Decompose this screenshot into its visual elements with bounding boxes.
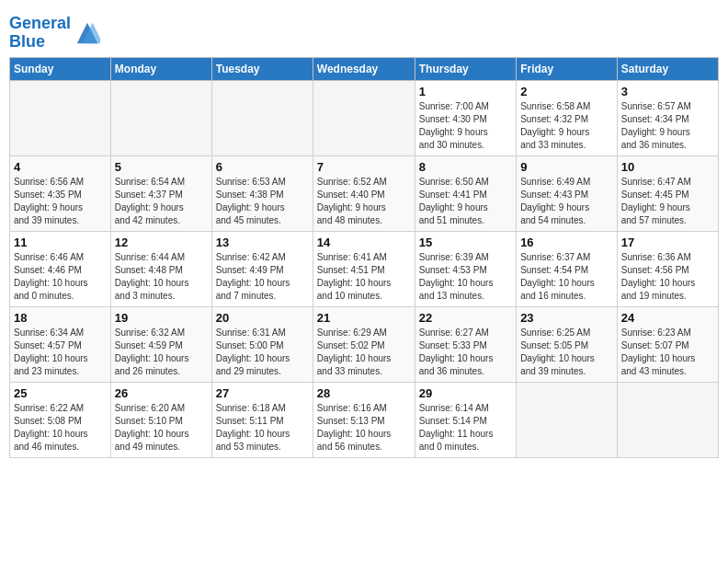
calendar-cell: 7Sunrise: 6:52 AM Sunset: 4:40 PM Daylig… [313,155,415,231]
calendar-cell: 6Sunrise: 6:53 AM Sunset: 4:38 PM Daylig… [211,155,313,231]
calendar-cell: 20Sunrise: 6:31 AM Sunset: 5:00 PM Dayli… [211,306,313,382]
day-number: 24 [621,311,714,325]
calendar-cell: 27Sunrise: 6:18 AM Sunset: 5:11 PM Dayli… [211,382,313,457]
calendar-cell: 18Sunrise: 6:34 AM Sunset: 4:57 PM Dayli… [10,306,111,382]
calendar-cell: 26Sunrise: 6:20 AM Sunset: 5:10 PM Dayli… [110,382,211,457]
col-header-wednesday: Wednesday [313,57,415,80]
day-info: Sunrise: 6:52 AM Sunset: 4:40 PM Dayligh… [317,176,411,227]
day-number: 19 [115,311,208,325]
day-info: Sunrise: 6:42 AM Sunset: 4:49 PM Dayligh… [216,251,309,303]
day-number: 3 [621,85,714,98]
calendar-cell: 22Sunrise: 6:27 AM Sunset: 5:33 PM Dayli… [415,306,516,382]
day-number: 15 [419,236,512,249]
day-number: 9 [520,160,613,174]
day-info: Sunrise: 6:20 AM Sunset: 5:10 PM Dayligh… [115,402,208,454]
day-number: 25 [14,386,107,400]
day-info: Sunrise: 6:16 AM Sunset: 5:13 PM Dayligh… [317,402,411,454]
day-info: Sunrise: 6:32 AM Sunset: 4:59 PM Dayligh… [115,327,208,378]
day-info: Sunrise: 6:18 AM Sunset: 5:11 PM Dayligh… [216,402,309,454]
week-row-1: 1Sunrise: 7:00 AM Sunset: 4:30 PM Daylig… [10,80,719,155]
day-info: Sunrise: 6:57 AM Sunset: 4:34 PM Dayligh… [621,100,714,152]
day-number: 18 [14,311,107,325]
day-info: Sunrise: 6:23 AM Sunset: 5:07 PM Dayligh… [621,327,714,378]
calendar-cell: 19Sunrise: 6:32 AM Sunset: 4:59 PM Dayli… [110,306,211,382]
calendar-cell: 13Sunrise: 6:42 AM Sunset: 4:49 PM Dayli… [211,231,313,306]
day-number: 2 [520,85,613,98]
calendar-cell: 11Sunrise: 6:46 AM Sunset: 4:46 PM Dayli… [10,231,111,306]
calendar-cell: 16Sunrise: 6:37 AM Sunset: 4:54 PM Dayli… [517,231,618,306]
day-info: Sunrise: 6:44 AM Sunset: 4:48 PM Dayligh… [115,251,208,303]
calendar-cell: 29Sunrise: 6:14 AM Sunset: 5:14 PM Dayli… [415,382,516,457]
day-number: 12 [115,236,208,249]
day-info: Sunrise: 6:31 AM Sunset: 5:00 PM Dayligh… [216,327,309,378]
day-info: Sunrise: 6:50 AM Sunset: 4:41 PM Dayligh… [419,176,512,227]
calendar-cell [313,80,415,155]
calendar-cell [10,80,111,155]
day-info: Sunrise: 6:41 AM Sunset: 4:51 PM Dayligh… [317,251,411,303]
calendar-cell [211,80,313,155]
day-number: 28 [317,386,411,400]
day-info: Sunrise: 7:00 AM Sunset: 4:30 PM Dayligh… [419,100,512,152]
day-number: 11 [14,236,107,249]
day-number: 10 [621,160,714,174]
day-number: 5 [115,160,208,174]
day-info: Sunrise: 6:53 AM Sunset: 4:38 PM Dayligh… [216,176,309,227]
day-number: 8 [419,160,512,174]
day-number: 22 [419,311,512,325]
day-info: Sunrise: 6:34 AM Sunset: 4:57 PM Dayligh… [14,327,107,378]
calendar-cell: 10Sunrise: 6:47 AM Sunset: 4:45 PM Dayli… [617,155,718,231]
day-number: 1 [419,85,512,98]
week-row-3: 11Sunrise: 6:46 AM Sunset: 4:46 PM Dayli… [10,231,719,306]
col-header-thursday: Thursday [415,57,516,80]
calendar-cell [617,382,718,457]
day-number: 29 [419,386,512,400]
day-info: Sunrise: 6:46 AM Sunset: 4:46 PM Dayligh… [14,251,107,303]
day-number: 7 [317,160,411,174]
day-info: Sunrise: 6:56 AM Sunset: 4:35 PM Dayligh… [14,176,107,227]
calendar-cell: 21Sunrise: 6:29 AM Sunset: 5:02 PM Dayli… [313,306,415,382]
calendar-cell: 28Sunrise: 6:16 AM Sunset: 5:13 PM Dayli… [313,382,415,457]
day-info: Sunrise: 6:14 AM Sunset: 5:14 PM Dayligh… [419,402,512,454]
day-number: 21 [317,311,411,325]
day-number: 27 [216,386,309,400]
calendar-cell: 12Sunrise: 6:44 AM Sunset: 4:48 PM Dayli… [110,231,211,306]
calendar-cell: 4Sunrise: 6:56 AM Sunset: 4:35 PM Daylig… [10,155,111,231]
day-number: 23 [520,311,613,325]
col-header-tuesday: Tuesday [211,57,313,80]
day-info: Sunrise: 6:39 AM Sunset: 4:53 PM Dayligh… [419,251,512,303]
day-info: Sunrise: 6:27 AM Sunset: 5:33 PM Dayligh… [419,327,512,378]
calendar-cell: 5Sunrise: 6:54 AM Sunset: 4:37 PM Daylig… [110,155,211,231]
day-info: Sunrise: 6:58 AM Sunset: 4:32 PM Dayligh… [520,100,613,152]
day-number: 13 [216,236,309,249]
day-info: Sunrise: 6:47 AM Sunset: 4:45 PM Dayligh… [621,176,714,227]
day-number: 6 [216,160,309,174]
day-info: Sunrise: 6:22 AM Sunset: 5:08 PM Dayligh… [14,402,107,454]
logo-text: GeneralBlue [9,15,71,52]
calendar-cell: 2Sunrise: 6:58 AM Sunset: 4:32 PM Daylig… [517,80,618,155]
day-info: Sunrise: 6:54 AM Sunset: 4:37 PM Dayligh… [115,176,208,227]
calendar-cell: 23Sunrise: 6:25 AM Sunset: 5:05 PM Dayli… [517,306,618,382]
col-header-friday: Friday [517,57,618,80]
calendar-cell: 9Sunrise: 6:49 AM Sunset: 4:43 PM Daylig… [517,155,618,231]
calendar-cell: 1Sunrise: 7:00 AM Sunset: 4:30 PM Daylig… [415,80,516,155]
day-number: 17 [621,236,714,249]
calendar-header-row: SundayMondayTuesdayWednesdayThursdayFrid… [10,57,719,80]
calendar-cell: 8Sunrise: 6:50 AM Sunset: 4:41 PM Daylig… [415,155,516,231]
week-row-5: 25Sunrise: 6:22 AM Sunset: 5:08 PM Dayli… [10,382,719,457]
calendar-cell [517,382,618,457]
calendar-cell: 24Sunrise: 6:23 AM Sunset: 5:07 PM Dayli… [617,306,718,382]
day-number: 4 [14,160,107,174]
calendar-cell: 15Sunrise: 6:39 AM Sunset: 4:53 PM Dayli… [415,231,516,306]
week-row-2: 4Sunrise: 6:56 AM Sunset: 4:35 PM Daylig… [10,155,719,231]
col-header-monday: Monday [110,57,211,80]
day-info: Sunrise: 6:25 AM Sunset: 5:05 PM Dayligh… [520,327,613,378]
calendar-cell [110,80,211,155]
logo: GeneralBlue [9,15,100,52]
day-number: 16 [520,236,613,249]
day-info: Sunrise: 6:29 AM Sunset: 5:02 PM Dayligh… [317,327,411,378]
calendar-cell: 14Sunrise: 6:41 AM Sunset: 4:51 PM Dayli… [313,231,415,306]
day-number: 14 [317,236,411,249]
calendar-table: SundayMondayTuesdayWednesdayThursdayFrid… [9,57,719,458]
calendar-cell: 17Sunrise: 6:36 AM Sunset: 4:56 PM Dayli… [617,231,718,306]
week-row-4: 18Sunrise: 6:34 AM Sunset: 4:57 PM Dayli… [10,306,719,382]
